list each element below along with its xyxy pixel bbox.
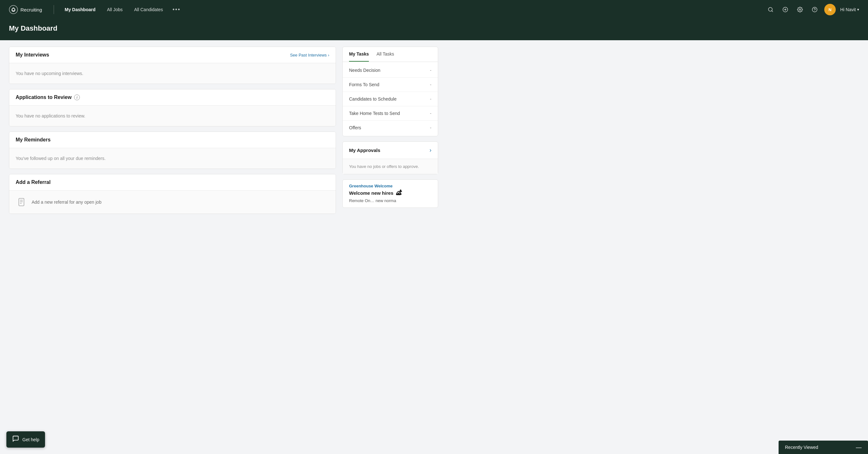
svg-point-7	[799, 9, 801, 10]
referral-card-body: Add a new referral for any open job	[9, 191, 336, 214]
welcome-title-text: Welcome new hires	[349, 190, 394, 196]
list-item[interactable]: Candidates to Schedule -	[343, 92, 438, 106]
approvals-heading: My Approvals	[349, 148, 380, 153]
reminders-card-header: My Reminders	[9, 132, 336, 148]
applications-info-icon[interactable]: i	[74, 95, 80, 100]
applications-card: Applications to Review i You have no app…	[9, 89, 336, 126]
referral-heading: Add a Referral	[16, 180, 51, 185]
reminders-card-body: You've followed up on all your due remin…	[9, 148, 336, 169]
tab-my-tasks[interactable]: My Tasks	[349, 47, 369, 62]
welcome-card: Greenhouse Welcome Welcome new hires 🏕 R…	[342, 180, 438, 208]
question-circle-icon	[812, 7, 817, 12]
task-take-home-tests-label: Take Home Tests to Send	[349, 111, 400, 116]
task-forms-to-send-value: -	[430, 82, 431, 87]
nav-more[interactable]: •••	[173, 6, 180, 13]
plus-circle-icon	[782, 7, 788, 12]
task-offers-label: Offers	[349, 125, 361, 130]
applications-heading: Applications to Review i	[16, 95, 80, 100]
welcome-card-body: Remote On… new norma	[343, 198, 438, 207]
interviews-empty-message: You have no upcoming interviews.	[16, 71, 83, 76]
main-layout: My Interviews See Past Interviews › You …	[0, 40, 447, 220]
main-content: My Interviews See Past Interviews › You …	[9, 46, 336, 214]
referral-card-header: Add a Referral	[9, 174, 336, 191]
task-forms-to-send-label: Forms To Send	[349, 82, 379, 87]
applications-empty-message: You have no applications to review.	[16, 114, 85, 119]
app-logo[interactable]: Recruiting	[9, 5, 42, 14]
task-offers-value: -	[430, 125, 431, 130]
welcome-body-text: Remote On… new norma	[349, 198, 396, 203]
applications-card-body: You have no applications to review.	[9, 106, 336, 126]
task-needs-decision-value: -	[430, 68, 431, 73]
interviews-card: My Interviews See Past Interviews › You …	[9, 46, 336, 84]
topnav-right-section: N Hi Navit ▾	[766, 4, 859, 15]
list-item[interactable]: Take Home Tests to Send -	[343, 106, 438, 121]
search-icon	[768, 7, 773, 12]
nav-my-dashboard[interactable]: My Dashboard	[63, 6, 97, 13]
user-chevron-icon: ▾	[857, 7, 859, 12]
list-item[interactable]: Needs Decision -	[343, 63, 438, 77]
tab-all-tasks[interactable]: All Tasks	[376, 47, 394, 62]
approvals-body: You have no jobs or offers to approve.	[343, 159, 438, 174]
referral-icon	[16, 196, 27, 208]
interviews-heading: My Interviews	[16, 52, 49, 58]
applications-card-header: Applications to Review i	[9, 89, 336, 106]
applications-heading-text: Applications to Review	[16, 95, 71, 100]
welcome-emoji: 🏕	[396, 190, 402, 196]
app-name: Recruiting	[21, 7, 42, 12]
tasks-list: Needs Decision - Forms To Send - Candida…	[343, 62, 438, 136]
search-button[interactable]	[766, 4, 776, 15]
user-avatar[interactable]: N	[824, 4, 836, 15]
tasks-card: My Tasks All Tasks Needs Decision - Form…	[342, 46, 438, 136]
reminders-heading: My Reminders	[16, 137, 51, 143]
nav-all-jobs[interactable]: All Jobs	[105, 6, 125, 13]
reminders-empty-message: You've followed up on all your due remin…	[16, 156, 106, 161]
svg-point-1	[12, 9, 14, 10]
help-button[interactable]	[810, 4, 820, 15]
page-header: My Dashboard	[0, 19, 868, 40]
approvals-card: My Approvals › You have no jobs or offer…	[342, 141, 438, 174]
task-candidates-to-schedule-label: Candidates to Schedule	[349, 96, 397, 101]
svg-line-3	[772, 10, 773, 11]
task-candidates-to-schedule-value: -	[430, 96, 431, 101]
interviews-card-header: My Interviews See Past Interviews ›	[9, 47, 336, 63]
nav-all-candidates[interactable]: All Candidates	[132, 6, 165, 13]
tasks-tabs: My Tasks All Tasks	[343, 47, 438, 62]
page-title: My Dashboard	[9, 24, 859, 33]
settings-button[interactable]	[795, 4, 805, 15]
task-needs-decision-label: Needs Decision	[349, 68, 380, 73]
topnav: Recruiting My Dashboard All Jobs All Can…	[0, 0, 868, 19]
greenhouse-welcome-link[interactable]: Greenhouse Welcome	[343, 180, 438, 190]
approvals-arrow-icon[interactable]: ›	[430, 147, 431, 154]
approvals-header: My Approvals ›	[343, 142, 438, 159]
add-button[interactable]	[780, 4, 790, 15]
list-item[interactable]: Forms To Send -	[343, 77, 438, 92]
welcome-card-title: Welcome new hires 🏕	[343, 190, 438, 198]
gear-icon	[797, 7, 803, 12]
nav-divider	[54, 5, 54, 14]
list-item[interactable]: Offers -	[343, 121, 438, 135]
referral-card: Add a Referral Add a new referral for an…	[9, 174, 336, 214]
user-greeting[interactable]: Hi Navit ▾	[840, 7, 859, 12]
interviews-card-body: You have no upcoming interviews.	[9, 63, 336, 84]
user-greeting-text: Hi Navit	[840, 7, 856, 12]
reminders-card: My Reminders You've followed up on all y…	[9, 132, 336, 169]
approvals-empty-message: You have no jobs or offers to approve.	[349, 164, 419, 169]
greenhouse-logo-icon	[9, 5, 18, 14]
sidebar: My Tasks All Tasks Needs Decision - Form…	[342, 46, 438, 214]
referral-document-icon	[17, 198, 26, 206]
svg-rect-10	[19, 198, 24, 205]
see-past-interviews-link[interactable]: See Past Interviews ›	[290, 53, 329, 58]
referral-body-text: Add a new referral for any open job	[32, 199, 101, 205]
task-take-home-tests-value: -	[430, 111, 431, 116]
